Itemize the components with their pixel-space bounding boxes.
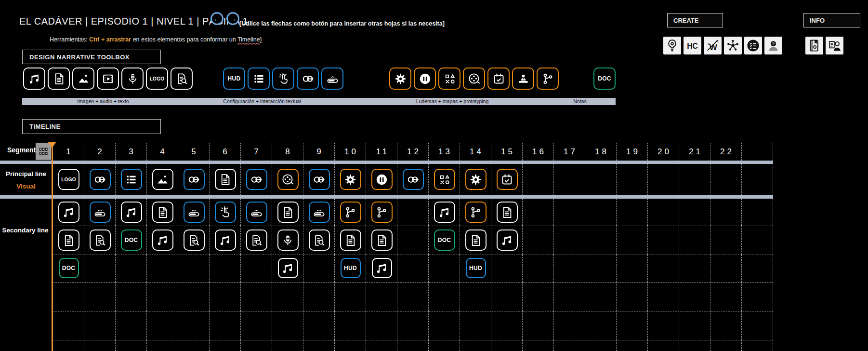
document-icon[interactable] (215, 169, 236, 190)
link-icon[interactable] (309, 169, 330, 190)
network-icon[interactable] (724, 37, 742, 54)
segment-number: 5 (189, 147, 198, 157)
list-icon[interactable] (248, 68, 270, 90)
group-label: Imagen + audio + texto (77, 98, 129, 104)
desk-person-icon[interactable] (512, 68, 534, 90)
prev-page-button[interactable]: ← (210, 12, 224, 25)
hc-text-icon[interactable]: HC (684, 37, 701, 54)
microphone-icon[interactable] (277, 230, 299, 251)
document-icon[interactable] (277, 202, 299, 223)
list-icon[interactable] (121, 169, 142, 190)
w-crossed-icon[interactable]: W (704, 37, 722, 54)
person-doc-icon[interactable] (826, 37, 843, 54)
link-icon[interactable] (403, 169, 424, 190)
progress-icon[interactable] (246, 202, 267, 223)
image-icon[interactable] (152, 169, 173, 190)
click-icon[interactable] (272, 68, 294, 90)
progress-icon[interactable] (309, 202, 330, 223)
bulb-gear-icon[interactable] (663, 37, 681, 54)
document-icon[interactable] (371, 230, 393, 251)
gear-icon[interactable] (389, 68, 411, 90)
branch-icon[interactable] (371, 202, 393, 223)
divider-band-top (0, 161, 773, 164)
gamepad-icon[interactable] (438, 68, 460, 90)
grid-cell (617, 199, 648, 226)
branch-icon[interactable] (340, 202, 361, 223)
music-icon[interactable] (58, 202, 79, 223)
film-icon[interactable] (463, 68, 485, 90)
music-icon[interactable] (372, 258, 392, 278)
grid-cell (366, 340, 397, 351)
music-icon[interactable] (121, 202, 142, 223)
grid-cell (397, 255, 429, 282)
calendar-icon[interactable] (487, 68, 510, 90)
music-icon[interactable] (434, 202, 455, 223)
tools-prefix: Herramientas: (50, 36, 89, 43)
doc-search-icon[interactable] (246, 230, 267, 251)
grid-cell: 4 (147, 143, 178, 161)
playhead-line[interactable] (52, 147, 53, 351)
create-button[interactable]: CREATE (667, 13, 723, 27)
document-icon[interactable] (465, 230, 487, 251)
video-icon[interactable] (97, 68, 119, 90)
link-icon[interactable] (297, 68, 319, 90)
document-icon[interactable] (497, 202, 518, 223)
gamepad-icon[interactable] (434, 169, 455, 190)
grid-cell (679, 199, 710, 226)
document-icon[interactable] (58, 230, 79, 251)
music-icon[interactable] (215, 230, 236, 251)
link-icon[interactable] (90, 169, 111, 190)
progress-icon[interactable] (184, 202, 205, 223)
film-icon[interactable] (277, 169, 299, 190)
document-icon[interactable] (48, 68, 70, 90)
hud-icon[interactable]: HUD (223, 68, 245, 90)
doc-icon[interactable]: DOC (434, 230, 455, 251)
doc-search-icon[interactable] (184, 230, 205, 251)
music-icon[interactable] (152, 230, 173, 251)
doc-icon[interactable]: DOC (593, 68, 616, 90)
pause-icon[interactable] (414, 68, 436, 90)
gear-icon[interactable] (465, 169, 487, 190)
branch-icon[interactable] (537, 68, 559, 90)
next-page-button[interactable]: → (226, 12, 239, 25)
branch-icon[interactable] (465, 202, 487, 223)
grid-cell (335, 311, 366, 340)
image-icon[interactable] (72, 68, 94, 90)
hud-icon[interactable]: HUD (341, 258, 361, 278)
notebook-icon[interactable] (805, 37, 823, 54)
grid-cell (397, 340, 429, 351)
question-user-icon[interactable]: ? (764, 37, 782, 54)
microphone-icon[interactable] (121, 68, 144, 90)
grid-cell (53, 282, 84, 311)
calendar-icon[interactable] (497, 169, 518, 190)
link-icon[interactable] (184, 169, 205, 190)
toolbox-title-box: DESIGN NARRATIVE TOOLBOX (22, 50, 161, 64)
progress-icon[interactable] (90, 202, 111, 223)
document-icon[interactable] (152, 202, 173, 223)
segment-number: 9 (314, 147, 323, 157)
music-icon[interactable] (497, 230, 518, 251)
document-icon[interactable] (340, 230, 361, 251)
doc-icon[interactable]: DOC (59, 258, 79, 278)
click-icon[interactable] (215, 202, 236, 223)
grid-cell (84, 255, 116, 282)
grid-cell (617, 311, 648, 340)
grid-cell (710, 340, 742, 351)
doc-search-icon[interactable] (90, 230, 111, 251)
info-button[interactable]: INFO (803, 13, 860, 27)
gear-icon[interactable] (340, 169, 361, 190)
logo-icon[interactable]: LOGO (146, 68, 168, 90)
music-icon[interactable] (23, 68, 45, 90)
link-icon[interactable] (246, 169, 267, 190)
hud-icon[interactable]: HUD (466, 258, 486, 278)
checklist-circle-icon[interactable] (744, 37, 762, 54)
logo-icon[interactable]: LOGO (58, 169, 79, 190)
grid-cell (429, 282, 460, 311)
music-icon[interactable] (278, 258, 298, 278)
doc-icon[interactable]: DOC (121, 230, 142, 251)
doc-search-icon[interactable] (309, 230, 330, 251)
pause-icon[interactable] (371, 169, 393, 190)
doc-search-icon[interactable] (171, 68, 193, 90)
grid-cell: 22 (710, 143, 742, 161)
progress-icon[interactable] (321, 68, 343, 90)
